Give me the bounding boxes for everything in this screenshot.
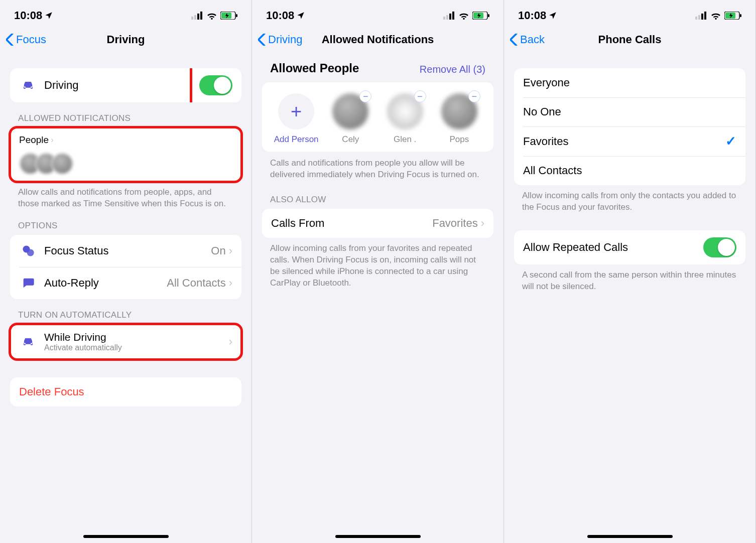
svg-rect-0: [191, 17, 193, 20]
svg-rect-10: [446, 15, 448, 20]
back-button[interactable]: Driving: [258, 33, 302, 46]
focus-status-icon: [19, 242, 37, 260]
back-button[interactable]: Back: [510, 33, 545, 46]
people-footer: Calls and notifications from people you …: [270, 158, 485, 181]
wifi-icon: [458, 12, 469, 20]
person-item[interactable]: − Pops: [435, 93, 483, 145]
svg-rect-9: [443, 17, 445, 20]
back-label: Focus: [16, 33, 46, 46]
remove-person-icon[interactable]: −: [359, 90, 371, 102]
repeated-calls-row[interactable]: Allow Repeated Calls: [514, 230, 745, 264]
location-icon: [548, 11, 557, 20]
calls-from-row[interactable]: Calls From Favorites ›: [262, 209, 493, 238]
chevron-left-icon: [510, 34, 518, 46]
nav-bar: Back Phone Calls: [504, 26, 755, 56]
chevron-right-icon: ›: [481, 217, 484, 230]
focus-status-value: On: [211, 244, 225, 257]
remove-person-icon[interactable]: −: [414, 90, 426, 102]
add-person-label: Add Person: [274, 134, 319, 145]
svg-rect-18: [701, 14, 703, 20]
chevron-left-icon: [258, 34, 266, 46]
person-name: Pops: [450, 134, 469, 145]
option-favorites[interactable]: Favorites ✓: [514, 126, 745, 156]
delete-focus-button[interactable]: Delete Focus: [10, 377, 241, 406]
battery-charging-icon: [724, 12, 741, 20]
status-time: 10:08: [518, 9, 546, 22]
checkmark-icon: ✓: [725, 133, 736, 149]
svg-rect-2: [197, 14, 199, 20]
person-item[interactable]: − Glen .: [381, 93, 429, 145]
back-label: Driving: [268, 33, 302, 46]
option-label: Favorites: [523, 135, 725, 148]
allowed-footer: Allow calls and notifications from peopl…: [18, 187, 233, 210]
nav-bar: Focus Driving: [0, 26, 251, 56]
home-indicator[interactable]: [83, 535, 169, 538]
people-avatars: [19, 153, 73, 175]
option-no-one[interactable]: No One: [514, 97, 745, 126]
auto-reply-row[interactable]: Auto-Reply All Contacts ›: [10, 267, 241, 299]
focus-status-row[interactable]: Focus Status On ›: [10, 235, 241, 267]
back-button[interactable]: Focus: [6, 33, 46, 46]
svg-rect-16: [695, 17, 697, 20]
add-person-button[interactable]: + Add Person: [272, 93, 320, 145]
plus-icon: +: [278, 93, 314, 129]
battery-charging-icon: [472, 12, 489, 20]
nav-bar: Driving Allowed Notifications: [252, 26, 503, 56]
svg-rect-17: [698, 15, 700, 20]
chevron-right-icon: ›: [229, 244, 232, 257]
repeated-calls-footer: A second call from the same person withi…: [522, 269, 737, 293]
page-title: Driving: [107, 33, 145, 46]
screen-phone-calls: 10:08 Back Phone Calls Everyone No One F…: [504, 0, 756, 543]
driving-toggle-row[interactable]: Driving: [10, 68, 241, 102]
auto-reply-value: All Contacts: [167, 277, 225, 290]
svg-rect-12: [452, 12, 454, 20]
status-time: 10:08: [14, 9, 42, 22]
repeated-calls-label: Allow Repeated Calls: [523, 241, 703, 254]
svg-rect-1: [194, 15, 196, 20]
status-bar: 10:08: [504, 0, 755, 26]
status-icons: [695, 12, 741, 20]
cellular-icon: [191, 12, 203, 20]
driving-toggle[interactable]: [199, 75, 232, 95]
svg-rect-6: [236, 14, 237, 17]
status-icons: [191, 12, 237, 20]
person-item[interactable]: − Cely: [326, 93, 374, 145]
person-name: Glen .: [394, 134, 416, 145]
remove-all-button[interactable]: Remove All (3): [420, 64, 485, 75]
calls-from-value: Favorites: [432, 217, 477, 230]
home-indicator[interactable]: [335, 535, 421, 538]
home-indicator[interactable]: [587, 535, 673, 538]
focus-status-label: Focus Status: [44, 244, 211, 257]
people-label: People: [19, 134, 49, 146]
options-footer: Allow incoming calls from only the conta…: [522, 190, 737, 213]
battery-charging-icon: [220, 12, 237, 20]
while-driving-sub: Activate automatically: [44, 343, 229, 352]
status-bar: 10:08: [0, 0, 251, 26]
chevron-right-icon: ›: [229, 277, 232, 290]
wifi-icon: [710, 12, 721, 20]
svg-rect-19: [704, 12, 706, 20]
location-icon: [44, 11, 53, 20]
while-driving-label: While Driving: [44, 331, 229, 343]
option-everyone[interactable]: Everyone: [514, 68, 745, 97]
remove-person-icon[interactable]: −: [468, 90, 480, 102]
people-row[interactable]: People ›: [10, 127, 241, 182]
person-name: Cely: [342, 134, 359, 145]
wifi-icon: [206, 12, 217, 20]
option-all-contacts[interactable]: All Contacts: [514, 156, 745, 185]
svg-rect-15: [488, 14, 489, 17]
message-bubble-icon: [19, 274, 37, 292]
svg-rect-3: [200, 12, 202, 20]
people-card: + Add Person − Cely − Glen . − Pops: [262, 82, 493, 152]
while-driving-row[interactable]: While Driving Activate automatically ›: [10, 324, 241, 359]
section-header-auto: TURN ON AUTOMATICALLY: [18, 310, 233, 320]
section-header-also-allow: ALSO ALLOW: [270, 195, 485, 205]
option-label: Everyone: [523, 76, 736, 89]
option-label: All Contacts: [523, 164, 736, 177]
cellular-icon: [443, 12, 455, 20]
calls-from-footer: Allow incoming calls from your favorites…: [270, 243, 485, 289]
repeated-calls-toggle[interactable]: [703, 237, 736, 257]
screen-allowed-notifications: 10:08 Driving Allowed Notifications Allo…: [252, 0, 504, 543]
svg-rect-22: [740, 14, 741, 17]
allowed-people-title: Allowed People: [270, 61, 359, 75]
